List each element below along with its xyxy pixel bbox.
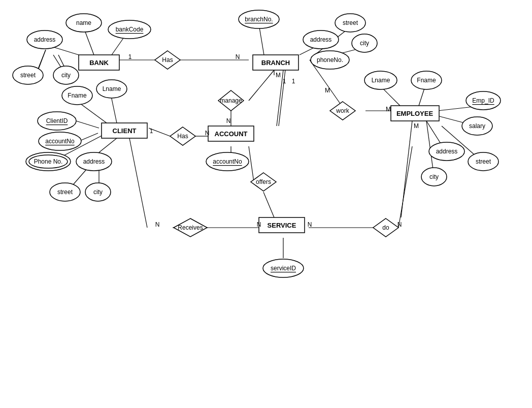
entity-employee-label: EMPLOYEE xyxy=(396,110,434,117)
attr-client-fname-label: Fname xyxy=(68,92,87,99)
attr-bank-name-label: name xyxy=(76,19,91,26)
entity-service: SERVICE xyxy=(259,217,305,233)
attr-bank-address-label: address xyxy=(34,36,56,43)
entity-account: ACCOUNT xyxy=(208,126,254,141)
attr-branch-phoneno: phoneNo. xyxy=(311,51,349,69)
attr-bank-bankcode: bankCode xyxy=(108,20,151,39)
relationship-receives: Receives xyxy=(174,218,207,237)
svg-line-19 xyxy=(76,121,99,128)
entity-service-label: SERVICE xyxy=(268,222,296,229)
entity-bank: BANK xyxy=(79,55,119,70)
svg-line-20 xyxy=(79,133,98,141)
attr-branch-phoneno-label: phoneNo. xyxy=(317,56,343,64)
mult-bank-has: 1 xyxy=(128,53,132,60)
attr-emp-salary-label: salary xyxy=(469,122,485,130)
attr-service-serviceid-label: serviceID xyxy=(271,265,296,272)
attr-client-address: address xyxy=(76,152,112,171)
attr-account-accountno: accountNo xyxy=(206,152,249,171)
attr-bank-street: street xyxy=(13,66,43,84)
attr-client-city: city xyxy=(85,183,111,201)
attr-bank-city: city xyxy=(53,66,79,84)
mult-has2-account: N xyxy=(205,130,210,137)
attr-emp-lname: Lname xyxy=(364,71,397,89)
relationship-work-label: work xyxy=(336,107,349,114)
attr-bank-address: address xyxy=(27,30,62,49)
mult-do-employee2: M xyxy=(414,122,419,130)
relationship-manage: manage xyxy=(218,90,244,111)
relationship-has1: Has xyxy=(155,51,180,69)
svg-line-46 xyxy=(401,121,412,217)
mult-branch-account1: 1 xyxy=(283,78,286,85)
attr-client-address-label: address xyxy=(83,158,105,165)
attr-client-phoneno-label: Phone No. xyxy=(34,158,63,165)
mult-work-employee: M xyxy=(386,106,391,113)
entity-branch: BRANCH xyxy=(253,55,298,70)
attr-emp-street-label: street xyxy=(476,158,491,165)
er-diagram-svg: BANK BRANCH CLIENT ACCOUNT EMPLOYEE SERV… xyxy=(0,0,532,408)
attr-emp-address-label: address xyxy=(436,148,458,155)
relationship-work: work xyxy=(330,102,355,120)
svg-line-45 xyxy=(398,146,412,228)
attr-branch-city-label: city xyxy=(360,40,369,47)
attr-client-street: street xyxy=(50,183,80,201)
mult-branch-manage: M xyxy=(276,72,281,79)
attr-client-lname: Lname xyxy=(96,80,127,98)
relationship-has1-label: Has xyxy=(162,56,173,64)
attr-bank-street-label: street xyxy=(20,72,36,79)
relationship-do-label: do xyxy=(382,224,389,231)
relationship-has2-label: Has xyxy=(177,133,188,140)
attr-emp-address: address xyxy=(429,142,464,161)
attr-branch-city: city xyxy=(352,34,377,52)
svg-line-14 xyxy=(249,70,274,101)
attr-client-street-label: street xyxy=(57,189,73,196)
attr-branch-branchno-label: branchNo. xyxy=(245,16,273,23)
attr-branch-street-label: street xyxy=(343,19,358,26)
entity-client-label: CLIENT xyxy=(113,127,137,135)
relationship-offers: offers xyxy=(251,173,276,191)
attr-client-fname: Fname xyxy=(62,86,92,105)
attr-emp-street: street xyxy=(468,152,498,171)
attr-bank-bankcode-label: bankCode xyxy=(116,26,144,33)
entity-account-label: ACCOUNT xyxy=(215,130,248,138)
attr-bank-name: name xyxy=(66,14,102,32)
attr-service-serviceid: serviceID xyxy=(263,259,304,277)
svg-line-7 xyxy=(259,24,264,55)
attr-emp-empid-label: Emp_ID xyxy=(472,97,494,104)
attr-account-accountno-label: accountNo xyxy=(213,158,242,165)
mult-client-has2: 1 xyxy=(150,128,153,135)
entity-bank-label: BANK xyxy=(89,59,109,67)
attr-emp-salary: salary xyxy=(462,117,492,135)
attr-client-accountno: accountNo xyxy=(39,132,81,150)
entity-branch-label: BRANCH xyxy=(261,59,290,67)
relationship-do: do xyxy=(373,218,398,237)
mult-client-receives: N xyxy=(155,221,160,228)
attr-emp-fname: Fname xyxy=(411,71,442,89)
entity-client: CLIENT xyxy=(102,123,147,138)
svg-line-40 xyxy=(263,192,274,217)
attr-client-phoneno: Phone No. xyxy=(26,152,71,171)
attr-bank-city-label: city xyxy=(61,72,71,79)
attr-branch-address-label: address xyxy=(310,36,332,43)
mult-branch-work: M xyxy=(325,87,330,94)
relationship-receives-label: Receives xyxy=(178,224,203,231)
attr-emp-city-label: city xyxy=(429,173,439,180)
entity-employee: EMPLOYEE xyxy=(391,106,439,121)
attr-branch-branchno: branchNo. xyxy=(239,10,279,28)
relationship-offers-label: offers xyxy=(256,178,271,185)
er-diagram-canvas: BANK BRANCH CLIENT ACCOUNT EMPLOYEE SERV… xyxy=(0,0,532,408)
mult-has-branch: N xyxy=(236,53,240,60)
attr-emp-lname-label: Lname xyxy=(372,77,390,84)
svg-line-41 xyxy=(129,138,147,228)
attr-client-clientid: ClientID xyxy=(38,112,76,130)
mult-service-do: N xyxy=(308,221,312,228)
attr-client-clientid-label: ClientID xyxy=(46,117,68,124)
attr-client-city-label: city xyxy=(93,189,103,196)
mult-manage-account: N xyxy=(226,117,231,124)
attr-branch-address: address xyxy=(303,30,339,49)
svg-line-39 xyxy=(249,146,254,182)
mult-do-employee1: N xyxy=(397,221,402,228)
attr-client-lname-label: Lname xyxy=(103,85,121,92)
attr-branch-street: street xyxy=(335,14,365,32)
attr-emp-empid: Emp_ID xyxy=(466,91,501,110)
attr-emp-fname-label: Fname xyxy=(417,77,436,84)
